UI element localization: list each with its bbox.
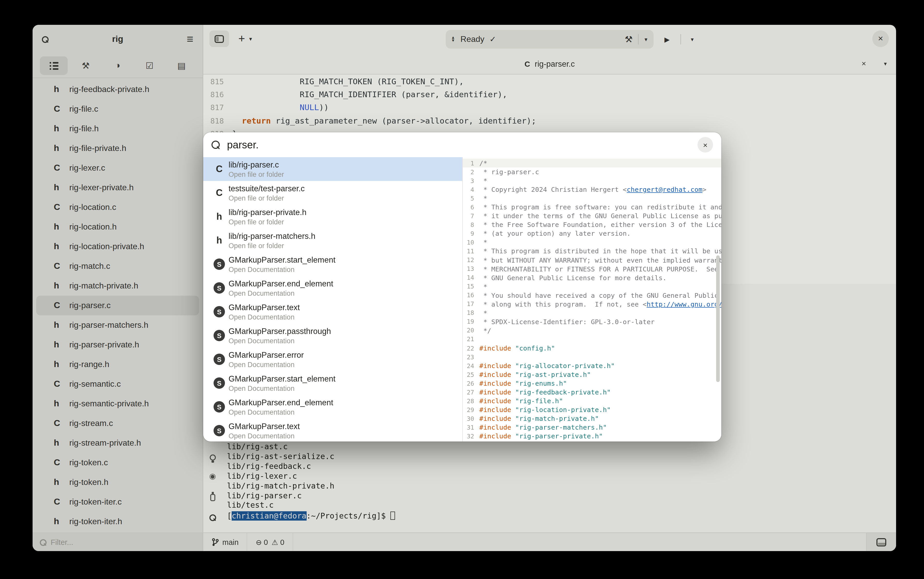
- preview-scrollbar[interactable]: [716, 255, 720, 382]
- result-title: GMarkupParser.end_element: [229, 398, 333, 407]
- search-query-input[interactable]: parser.: [227, 139, 690, 151]
- search-result-item[interactable]: Clib/rig-parser.cOpen file or folder: [203, 157, 462, 181]
- search-icon: [40, 539, 46, 545]
- lightbulb-icon[interactable]: [207, 453, 218, 464]
- bottle-icon[interactable]: [207, 491, 218, 502]
- tab-project-files[interactable]: [40, 56, 68, 75]
- file-list-item[interactable]: hrig-lexer-private.h: [36, 178, 199, 198]
- search-result-item[interactable]: SGMarkupParser.end_elementOpen Documenta…: [203, 395, 462, 419]
- line-number: 4: [463, 186, 479, 193]
- search-icon[interactable]: [42, 36, 49, 43]
- file-list-item[interactable]: Crig-stream.c: [36, 414, 199, 433]
- code-text: * GNU General Public License for more de…: [479, 274, 667, 281]
- build-status-button[interactable]: ▴▾ Ready ✓ ⚒ ▾: [446, 30, 654, 49]
- search-result-item[interactable]: SGMarkupParser.start_elementOpen Documen…: [203, 252, 462, 276]
- search-result-item[interactable]: SGMarkupParser.errorOpen Documentation: [203, 347, 462, 371]
- line-number: 24: [463, 362, 479, 370]
- file-list-item[interactable]: hrig-range.h: [36, 355, 199, 374]
- search-result-item[interactable]: Ctestsuite/test-parser.cOpen file or fol…: [203, 181, 462, 205]
- file-list-item[interactable]: hrig-stream-private.h: [36, 433, 199, 453]
- panel-bottom-icon: [877, 538, 886, 546]
- file-list-item[interactable]: Crig-match.c: [36, 257, 199, 276]
- code-line: 32#include "rig-parser-private.h": [463, 432, 721, 441]
- run-menu-caret-icon[interactable]: ▾: [687, 36, 698, 43]
- tab-documentation[interactable]: ▤: [167, 56, 195, 75]
- result-subtitle: Open Documentation: [229, 289, 333, 297]
- build-menu-caret-icon[interactable]: ▾: [644, 36, 648, 43]
- file-list-item[interactable]: hrig-semantic-private.h: [36, 394, 199, 414]
- branch-icon: [211, 538, 219, 546]
- file-list-item[interactable]: hrig-parser-private.h: [36, 335, 199, 355]
- file-list-item[interactable]: hrig-location-private.h: [36, 237, 199, 257]
- file-list-item[interactable]: Crig-token-iter.c: [36, 492, 199, 512]
- code-text: *: [479, 283, 487, 290]
- file-list-item[interactable]: Crig-token.c: [36, 453, 199, 473]
- file-list-item[interactable]: hrig-feedback-private.h: [36, 80, 199, 99]
- c-file-icon: C: [525, 59, 530, 68]
- run-controls: ▶ ▾: [659, 30, 698, 49]
- search-result-item[interactable]: hlib/rig-parser-private.hOpen file or fo…: [203, 205, 462, 229]
- code-line: 18 *: [463, 309, 721, 317]
- file-list-item[interactable]: Crig-file.c: [36, 99, 199, 119]
- run-icon[interactable]: ▶: [659, 35, 675, 43]
- search-result-item[interactable]: SGMarkupParser.end_elementOpen Documenta…: [203, 276, 462, 300]
- file-list-item[interactable]: Crig-parser.c: [36, 296, 199, 316]
- terminal-cursor: [390, 512, 395, 520]
- window-close-button[interactable]: ×: [872, 31, 889, 47]
- file-list-item[interactable]: hrig-match-private.h: [36, 276, 199, 296]
- updown-icon: ▴▾: [452, 36, 454, 42]
- diagnostics-indicator[interactable]: ⊖0 ⚠0: [247, 533, 293, 551]
- file-list-item[interactable]: hrig-parser-matchers.h: [36, 316, 199, 335]
- file-list-item[interactable]: hrig-file-private.h: [36, 139, 199, 158]
- tab-debug-targets[interactable]: ◑: [104, 56, 132, 75]
- result-title: GMarkupParser.start_element: [229, 374, 335, 383]
- new-page-button[interactable]: + ▾: [235, 31, 255, 47]
- code-text: * along with this program. If not, see <…: [479, 300, 721, 308]
- line-number: 17: [463, 301, 479, 308]
- search-result-item[interactable]: SGMarkupParser.textOpen Documentation: [203, 300, 462, 324]
- sidebar-header: rig ≡: [33, 25, 203, 54]
- filter-input[interactable]: Filter...: [33, 533, 203, 551]
- line-number: 10: [463, 239, 479, 246]
- code-text: #include "rig-location-private.h": [479, 406, 611, 414]
- file-preview-pane[interactable]: 1/*2 * rig-parser.c3 *4 * Copyright 2024…: [462, 157, 721, 442]
- code-line: 7 * it under the terms of the GNU Genera…: [463, 212, 721, 221]
- toggle-bottom-panel-button[interactable]: [866, 533, 896, 551]
- tab-build-issues[interactable]: ⚒: [72, 56, 100, 75]
- file-list-item[interactable]: Crig-lexer.c: [36, 158, 199, 178]
- tab-rig-parser[interactable]: C rig-parser.c: [203, 54, 896, 74]
- search-close-button[interactable]: ×: [698, 137, 713, 152]
- tab-todo[interactable]: ☑: [136, 56, 164, 75]
- list-icon: [49, 62, 58, 70]
- menu-icon[interactable]: ≡: [186, 34, 193, 45]
- file-list-item[interactable]: Crig-semantic.c: [36, 374, 199, 394]
- code-line: 5 *: [463, 194, 721, 203]
- tab-list-caret-icon[interactable]: ▾: [884, 61, 887, 67]
- file-list-item[interactable]: hrig-token-iter.h: [36, 512, 199, 532]
- branch-indicator[interactable]: main: [203, 533, 247, 551]
- search-result-item[interactable]: SGMarkupParser.start_elementOpen Documen…: [203, 371, 462, 395]
- code-text: #include "rig-file.h": [479, 397, 563, 405]
- build-icon[interactable]: ⚒: [625, 34, 633, 45]
- tab-close-icon[interactable]: ×: [862, 59, 866, 68]
- search-result-item[interactable]: SGMarkupParser.passthroughOpen Documenta…: [203, 324, 462, 347]
- result-title: GMarkupParser.text: [229, 303, 300, 312]
- file-name: rig-location.h: [69, 222, 116, 232]
- sidebar: rig ≡ ⚒ ◑ ☑ ▤ hrig-feedback-private.hCri…: [33, 25, 203, 532]
- file-list-item[interactable]: hrig-token.h: [36, 473, 199, 492]
- search-result-item[interactable]: hlib/rig-parser-matchers.hOpen file or f…: [203, 229, 462, 252]
- file-list-item[interactable]: hrig-location.h: [36, 217, 199, 237]
- result-title: GMarkupParser.error: [229, 350, 304, 360]
- file-name: rig-semantic-private.h: [69, 399, 149, 408]
- file-list-item[interactable]: Crig-location.c: [36, 198, 199, 217]
- search-result-item[interactable]: SGMarkupParser.textOpen Documentation: [203, 419, 462, 442]
- toggle-left-panel-button[interactable]: [209, 31, 229, 47]
- file-name: rig-feedback-private.h: [69, 85, 149, 94]
- search-icon[interactable]: [207, 512, 218, 523]
- code-line: 9 * (at your option) any later version.: [463, 229, 721, 238]
- target-icon[interactable]: ◉: [207, 470, 218, 482]
- terminal-output[interactable]: lib/rig-ast.c lib/rig-ast-serialize.c li…: [227, 442, 395, 521]
- file-list-item[interactable]: hrig-file.h: [36, 119, 199, 139]
- code-text: /*: [479, 159, 487, 167]
- c-file-icon: C: [54, 104, 69, 114]
